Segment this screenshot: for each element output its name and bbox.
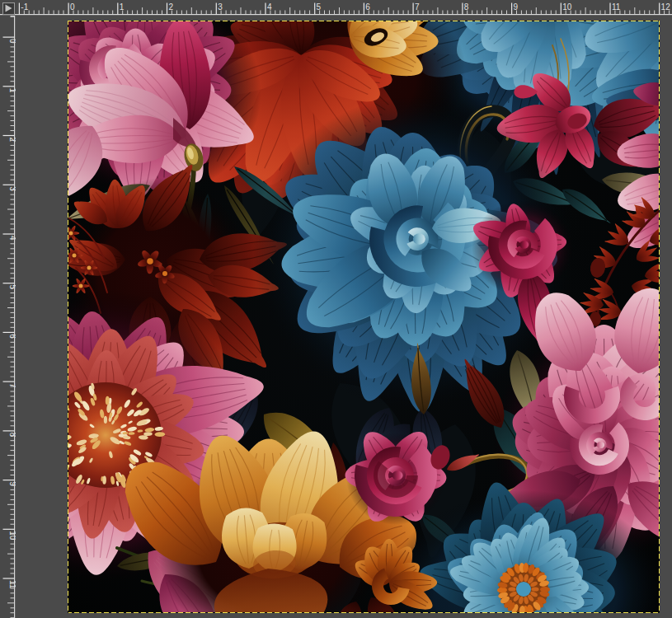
svg-text:7: 7: [415, 2, 420, 12]
svg-text:-1: -1: [21, 2, 28, 12]
svg-text:6: 6: [365, 2, 370, 12]
svg-text:4: 4: [267, 2, 272, 12]
svg-text:2: 2: [8, 137, 16, 142]
svg-text:8: 8: [464, 2, 469, 12]
svg-text:1: 1: [8, 88, 16, 93]
svg-text:9: 9: [514, 2, 519, 12]
svg-text:2: 2: [168, 2, 173, 12]
svg-text:3: 3: [218, 2, 223, 12]
svg-text:0: 0: [70, 2, 75, 12]
svg-text:5: 5: [317, 2, 322, 12]
svg-text:11: 11: [8, 580, 16, 589]
svg-text:10: 10: [8, 531, 16, 541]
svg-text:12: 12: [661, 2, 671, 12]
svg-text:8: 8: [8, 433, 16, 438]
svg-text:11: 11: [612, 2, 621, 12]
svg-text:5: 5: [8, 285, 16, 290]
svg-text:10: 10: [562, 2, 572, 12]
svg-text:6: 6: [8, 334, 16, 339]
svg-text:9: 9: [8, 482, 16, 487]
svg-text:3: 3: [8, 186, 16, 191]
svg-text:7: 7: [8, 383, 16, 388]
svg-text:0: 0: [8, 39, 16, 44]
svg-text:1: 1: [120, 2, 125, 12]
svg-text:4: 4: [8, 236, 16, 241]
